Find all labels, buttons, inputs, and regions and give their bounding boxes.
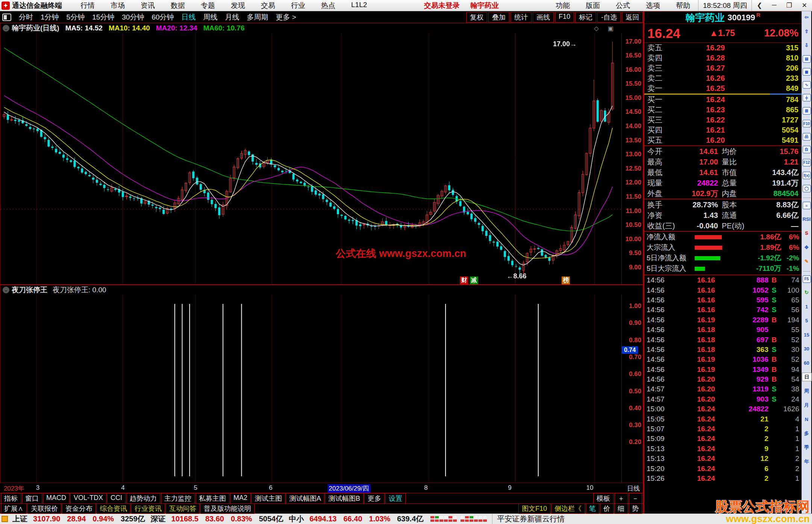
timeframe-月线[interactable]: 月线 <box>221 12 243 22</box>
ask-level-row[interactable]: 卖一16.25849 <box>644 83 801 94</box>
timeframe-60分钟[interactable]: 60分钟 <box>148 12 177 22</box>
toolbar-button-画线[interactable]: 画线 <box>533 12 554 23</box>
menu-item-资讯[interactable]: 资讯 <box>133 1 163 11</box>
index-name[interactable]: 中小 <box>289 514 304 524</box>
tab-窗口[interactable]: 窗口 <box>22 493 42 504</box>
menu-alert[interactable]: 交易未登录 <box>419 1 465 11</box>
memo-icon[interactable]: 自 <box>803 146 811 153</box>
tf-30min-button[interactable]: 30 <box>803 344 811 353</box>
tf-month-button[interactable]: 月 <box>803 401 811 409</box>
f10-button[interactable]: F10 <box>803 120 811 127</box>
page-up-icon[interactable]: ⇧ <box>803 27 811 36</box>
oval-tool-icon[interactable]: ◯ <box>803 185 811 192</box>
tab-测试幅图B[interactable]: 测试幅图B <box>325 493 364 504</box>
chart-badge-财[interactable]: 财 <box>460 276 468 284</box>
toolbar-button--自选[interactable]: -自选 <box>597 12 621 23</box>
f5-button[interactable]: F5 <box>803 275 811 283</box>
tab-更多[interactable]: 更多 <box>364 493 385 504</box>
tf-multi-button[interactable]: 多 <box>803 429 811 438</box>
tab-指标[interactable]: 指标 <box>1 493 21 504</box>
multi-wave-icon[interactable]: ≈ <box>803 202 811 209</box>
bid-level-row[interactable]: 买三16.221727 <box>644 115 801 125</box>
tab-图文F10[interactable]: 图文F10 <box>518 503 550 514</box>
timeframe-1分钟[interactable]: 1分钟 <box>37 12 63 22</box>
kline-icon[interactable]: ┿ <box>803 94 811 101</box>
timeframe-5分钟[interactable]: 5分钟 <box>63 12 89 22</box>
toolbar-button-复权[interactable]: 复权 <box>466 12 487 23</box>
tab-普及版功能说明[interactable]: 普及版功能说明 <box>200 503 255 514</box>
rsi-button[interactable]: RSI <box>803 215 811 223</box>
tab-互动问答[interactable]: 互动问答 <box>166 503 200 514</box>
timeframe-周线[interactable]: 周线 <box>200 12 221 22</box>
tab-＋[interactable]: ＋ <box>614 493 628 504</box>
block-relation-icon[interactable]: 品 <box>803 133 811 140</box>
timeframe-15分钟[interactable]: 15分钟 <box>88 12 118 22</box>
toolbar-button-返回[interactable]: 返回 <box>622 12 643 23</box>
timeframe-分时[interactable]: 分时 <box>15 12 37 22</box>
timeframe-日线[interactable]: 日线 <box>178 12 200 22</box>
tab-－[interactable]: － <box>629 493 642 504</box>
timeframe-更多 >[interactable]: 更多 > <box>272 12 300 22</box>
toolbar-button-F10[interactable]: F10 <box>555 12 574 23</box>
menu-item-市场[interactable]: 市场 <box>103 1 133 11</box>
restore-button[interactable]: ❐ <box>782 2 797 9</box>
tf-year-button[interactable]: 年 <box>803 457 811 466</box>
menu-item-热点[interactable]: 热点 <box>313 1 343 11</box>
index-name[interactable]: 深证 <box>151 514 166 524</box>
menu-item-发现[interactable]: 发现 <box>223 1 253 11</box>
draw-pencil-icon[interactable]: ✎ <box>803 257 811 266</box>
tab-行业资讯[interactable]: 行业资讯 <box>131 503 165 514</box>
tab-扩展∧[interactable]: 扩展∧ <box>1 503 27 514</box>
layout-icon[interactable] <box>2 14 11 21</box>
timeframe-多周期[interactable]: 多周期 <box>243 12 272 22</box>
tab-测试幅图A[interactable]: 测试幅图A <box>286 493 324 504</box>
tab-细[interactable]: 细 <box>614 503 628 514</box>
menu-alert[interactable]: 翰宇药业 <box>465 1 504 11</box>
bid-level-row[interactable]: 买五16.205491 <box>644 135 801 145</box>
toolbar-button-统计[interactable]: 统计 <box>511 12 532 23</box>
info-panel-icon[interactable]: ▥ <box>803 107 811 115</box>
tab-MACD[interactable]: MACD <box>43 493 70 504</box>
matrix-report-icon[interactable]: ▦ <box>803 68 811 76</box>
tf-1min-button[interactable]: 1 <box>803 302 811 311</box>
tab-侧边栏《[interactable]: 侧边栏《 <box>551 503 585 514</box>
chart-badge-减[interactable]: 减 <box>470 276 478 284</box>
tab-模板[interactable]: 模板 <box>593 493 614 504</box>
ask-level-row[interactable]: 卖五16.29315 <box>644 43 801 53</box>
back-arrow-icon[interactable]: ⇦ <box>803 13 811 21</box>
tab-私募主图[interactable]: 私募主图 <box>195 493 229 504</box>
tab-关联报价[interactable]: 关联报价 <box>27 503 61 514</box>
page-down-icon[interactable]: ⇩ <box>803 41 811 50</box>
menu-item-数据[interactable]: 数据 <box>163 1 193 11</box>
tab-综合资讯[interactable]: 综合资讯 <box>97 503 130 514</box>
tick-list[interactable]: 14:5616.16888B7414:5616.161052S10014:561… <box>644 275 801 513</box>
refresh-icon[interactable]: ↻ <box>803 288 811 297</box>
candlestick-chart[interactable]: 公式在线 www.gszx.com.cn 17.00→ ←8.66 财减榜 <box>0 33 621 284</box>
bid-level-row[interactable]: 买一16.24784 <box>644 95 801 105</box>
trend-chart-icon[interactable]: ∿ <box>803 81 811 89</box>
tab-笔[interactable]: 笔 <box>586 503 599 514</box>
tf-quarter-button[interactable]: 季 <box>803 443 811 452</box>
menu-item-公式[interactable]: 公式 <box>608 1 638 11</box>
tf-15min-button[interactable]: 15 <box>803 331 811 339</box>
menu-item-L1L2[interactable]: L1L2 <box>343 1 375 11</box>
minimize-button[interactable]: ─ <box>767 2 781 9</box>
tab-VOL-TDX[interactable]: VOL-TDX <box>70 493 106 504</box>
collapse-chevron-icon[interactable]: ⌄ <box>3 25 9 32</box>
menu-item-版面[interactable]: 版面 <box>578 1 608 11</box>
tab-MA2[interactable]: MA2 <box>230 493 251 504</box>
close-button[interactable]: ✕ <box>797 2 812 9</box>
indicator-pane[interactable] <box>0 294 621 483</box>
tab-势[interactable]: 势 <box>629 503 642 514</box>
tf-day-button[interactable]: 日 <box>802 373 812 381</box>
toolbar-button-标记[interactable]: 标记 <box>575 12 596 23</box>
chart-badge-榜[interactable]: 榜 <box>562 276 570 284</box>
ask-level-row[interactable]: 卖三16.27206 <box>644 63 801 73</box>
menu-item-交易[interactable]: 交易 <box>253 1 283 11</box>
money-flow-icon[interactable]: S <box>803 229 811 237</box>
move-tool-icon[interactable]: ✥ <box>803 243 811 252</box>
tab-价[interactable]: 价 <box>600 503 614 514</box>
tab-主力监控[interactable]: 主力监控 <box>161 493 195 504</box>
toolbar-button-叠加[interactable]: 叠加 <box>488 12 509 23</box>
f12-button[interactable]: F12 <box>803 159 811 166</box>
